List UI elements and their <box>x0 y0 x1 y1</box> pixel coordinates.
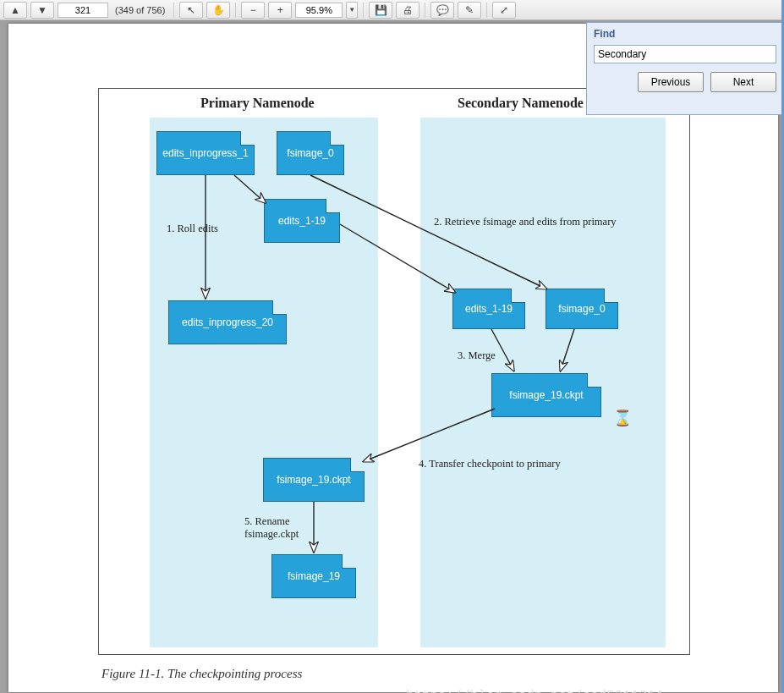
toolbar-separator <box>486 3 487 18</box>
pdf-toolbar: ▲ ▼ (349 of 756) ↖ ✋ − + 95.9% ▼ 💾 🖨 💬 ✎… <box>0 0 781 20</box>
toolbar-separator <box>363 3 364 18</box>
file-edits-1-19: edits_1-19 <box>264 199 340 243</box>
watermark-text: https://blog.csdn.net/sod5211314 <box>406 689 663 693</box>
file-edits-inprogress-20: edits_inprogress_20 <box>168 300 287 344</box>
zoom-dropdown-button[interactable]: ▼ <box>346 2 358 19</box>
toolbar-separator <box>425 3 425 18</box>
step-2-label: 2. Retrieve fsimage and edits from prima… <box>434 216 617 228</box>
step-4-label: 4. Transfer checkpoint to primary <box>419 458 561 470</box>
print-button[interactable]: 🖨 <box>396 2 419 19</box>
zoom-in-button[interactable]: + <box>268 2 292 19</box>
find-next-button[interactable]: Next <box>710 72 776 92</box>
save-button[interactable]: 💾 <box>369 2 392 19</box>
hourglass-icon: ⌛ <box>613 409 632 427</box>
zoom-value[interactable]: 95.9% <box>295 3 343 18</box>
zoom-out-button[interactable]: − <box>241 2 265 19</box>
file-fsimage-0-copy: fsimage_0 <box>546 289 618 329</box>
toolbar-separator <box>173 3 174 18</box>
hand-tool-button[interactable]: ✋ <box>206 2 230 19</box>
fullscreen-button[interactable]: ⤢ <box>492 2 516 19</box>
prev-page-button[interactable]: ▲ <box>3 2 27 19</box>
file-edits-1-19-copy: edits_1-19 <box>452 289 525 329</box>
step-3-label: 3. Merge <box>458 349 496 362</box>
step-5-label: 5. Rename fsimage.ckpt <box>244 515 321 541</box>
page-number-input[interactable] <box>58 3 108 18</box>
find-input[interactable] <box>594 45 776 63</box>
column-header-primary: Primary Namenode <box>200 96 315 111</box>
next-page-button[interactable]: ▼ <box>30 2 54 19</box>
file-fsimage-19: fsimage_19 <box>271 554 356 598</box>
column-header-secondary: Secondary Namenode <box>458 96 584 111</box>
file-fsimage-19-ckpt-primary: fsimage_19.ckpt <box>263 458 365 502</box>
comment-button[interactable]: 💬 <box>430 2 454 19</box>
page-viewport: Primary Namenode Secondary Namenode edit… <box>0 20 781 693</box>
page-count-label: (349 of 756) <box>112 5 168 15</box>
figure-caption: Figure 11-1. The checkpointing process <box>101 667 302 681</box>
select-tool-button[interactable]: ↖ <box>179 2 203 19</box>
pdf-page: Primary Namenode Secondary Namenode edit… <box>8 24 778 692</box>
file-fsimage-19-ckpt: fsimage_19.ckpt <box>491 373 601 417</box>
file-fsimage-0: fsimage_0 <box>277 131 344 175</box>
figure-diagram: Primary Namenode Secondary Namenode edit… <box>98 88 690 655</box>
step-1-label: 1. Roll edits <box>167 223 218 235</box>
find-title: Find <box>594 28 776 40</box>
toolbar-separator <box>235 3 236 18</box>
highlight-button[interactable]: ✎ <box>458 2 481 19</box>
find-panel: Find Previous Next <box>586 22 784 115</box>
file-edits-inprogress-1: edits_inprogress_1 <box>156 131 255 175</box>
find-previous-button[interactable]: Previous <box>638 72 704 92</box>
